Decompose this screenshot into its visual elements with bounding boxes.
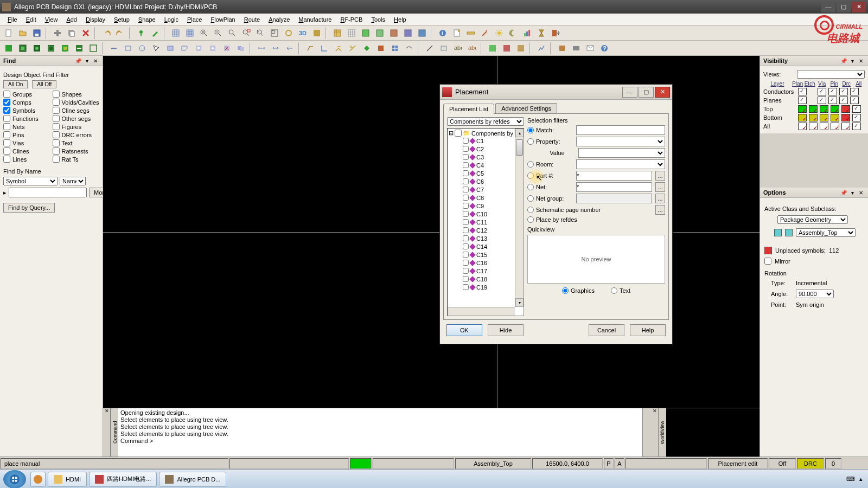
table5-icon[interactable]: [387, 27, 400, 40]
tray-keyboard-icon[interactable]: ⌨: [846, 476, 855, 483]
wand-icon[interactable]: [478, 27, 492, 40]
place4-icon[interactable]: [44, 42, 58, 55]
find-chk-nets[interactable]: Nets: [3, 123, 50, 130]
probe-icon[interactable]: [149, 27, 162, 40]
subclass-swatch2[interactable]: [785, 229, 793, 236]
tree-item-c13[interactable]: C13: [449, 234, 522, 242]
tree-item-c1[interactable]: C1: [449, 137, 522, 145]
find-chk-othersegs[interactable]: Other segs: [53, 115, 100, 122]
zoom-sel-icon[interactable]: [240, 27, 253, 40]
hdr-via[interactable]: Via: [816, 81, 828, 87]
maximize-button[interactable]: ▢: [837, 2, 851, 12]
menu-flowplan[interactable]: FlowPlan: [206, 15, 239, 24]
worldview-tab[interactable]: WorldView: [659, 408, 666, 457]
all-1[interactable]: [798, 123, 807, 130]
shape-rect2-icon[interactable]: [164, 42, 177, 55]
table3-icon[interactable]: [359, 27, 372, 40]
opt-close-icon[interactable]: ✕: [857, 189, 865, 196]
views-select[interactable]: [797, 70, 865, 79]
find-chk-figures[interactable]: Figures: [53, 123, 100, 130]
drc1-icon[interactable]: [486, 42, 499, 55]
text-icon[interactable]: [437, 42, 450, 55]
find-type-select[interactable]: Symbol: [3, 177, 58, 185]
expand-icon[interactable]: ▸: [3, 189, 7, 196]
task-allegro[interactable]: Allegro PCB D...: [159, 472, 226, 487]
dropdown-icon[interactable]: ▾: [83, 57, 91, 65]
3d-icon[interactable]: 3D: [296, 27, 309, 40]
abc2-icon[interactable]: abc: [465, 42, 478, 55]
table7-icon[interactable]: [416, 27, 429, 40]
tree-collapse-icon[interactable]: ⊟: [449, 130, 454, 137]
command-console[interactable]: Opening existing design...Select element…: [118, 408, 642, 457]
net-browse[interactable]: …: [655, 182, 665, 192]
tree-scrollbar-horizontal[interactable]: [448, 307, 515, 316]
tree-item-c14[interactable]: C14: [449, 242, 522, 251]
shape-poly-icon[interactable]: [178, 42, 191, 55]
match-radio[interactable]: [527, 127, 534, 133]
shape-round-icon[interactable]: [206, 42, 219, 55]
find-chk-symbols[interactable]: Symbols: [3, 107, 50, 114]
menu-shape[interactable]: Shape: [134, 15, 160, 24]
drc3-icon[interactable]: [514, 42, 527, 55]
tree-item-c10[interactable]: C10: [449, 210, 522, 218]
menu-view[interactable]: View: [41, 15, 62, 24]
zoom-in-icon[interactable]: [197, 27, 210, 40]
bot-5[interactable]: [841, 114, 850, 121]
tree-item-c19[interactable]: C19: [449, 283, 522, 291]
top-6[interactable]: [852, 105, 861, 113]
export2-icon[interactable]: [570, 42, 583, 55]
find-chk-clines[interactable]: Clines: [3, 147, 50, 155]
text-radio[interactable]: [611, 287, 617, 294]
menu-place[interactable]: Place: [183, 15, 207, 24]
bot-3[interactable]: [820, 114, 828, 121]
worldview[interactable]: [666, 408, 760, 457]
cond-drc[interactable]: [839, 88, 848, 95]
netgrp-input[interactable]: [576, 194, 652, 203]
ruler-icon[interactable]: [464, 27, 477, 40]
part-radio[interactable]: [527, 172, 534, 179]
worldview-close-icon[interactable]: ✕: [651, 408, 659, 457]
find-chk-clinesegs[interactable]: Cline segs: [53, 107, 100, 114]
hdr-pin[interactable]: Pin: [828, 81, 840, 87]
shape-select-icon[interactable]: [150, 42, 163, 55]
dim1-icon[interactable]: [255, 42, 268, 55]
report-icon[interactable]: [450, 27, 463, 40]
menu-analyze[interactable]: Analyze: [264, 15, 294, 24]
tab-advanced[interactable]: Advanced Settings: [495, 103, 557, 113]
hourglass-icon[interactable]: [535, 27, 548, 40]
open-icon[interactable]: [16, 27, 29, 40]
menu-route[interactable]: Route: [240, 15, 264, 24]
class-select[interactable]: Package Geometry: [777, 215, 848, 224]
pl-all[interactable]: [850, 97, 859, 104]
route1-icon[interactable]: [304, 42, 317, 55]
zoom-fit-icon[interactable]: [226, 27, 239, 40]
hide-button[interactable]: Hide: [488, 324, 524, 336]
all-5[interactable]: [841, 123, 850, 130]
tree-item-c6[interactable]: C6: [449, 177, 522, 185]
find-chk-groups[interactable]: Groups: [3, 91, 50, 98]
mirror-checkbox[interactable]: [764, 258, 771, 265]
cond-plan[interactable]: [798, 88, 807, 95]
property-select[interactable]: [576, 137, 665, 146]
minimize-button[interactable]: —: [821, 2, 835, 12]
find-name-input[interactable]: [9, 188, 87, 197]
cond-pin[interactable]: [828, 88, 837, 95]
close-button[interactable]: ✕: [852, 2, 866, 12]
grid2-icon[interactable]: [183, 27, 196, 40]
all-off-button[interactable]: All Off: [32, 80, 56, 88]
help-icon[interactable]: ?: [598, 42, 611, 55]
find-chk-pins[interactable]: Pins: [3, 131, 50, 138]
subclass-select[interactable]: Assembly_Top: [796, 228, 856, 237]
shape-merge-icon[interactable]: [234, 42, 247, 55]
tree-item-c18[interactable]: C18: [449, 275, 522, 283]
cond-via[interactable]: [818, 88, 826, 95]
dialog-close[interactable]: ✕: [655, 87, 670, 98]
find-chk-voidscavities[interactable]: Voids/Cavities: [53, 99, 100, 106]
route2-icon[interactable]: [318, 42, 331, 55]
grid-icon[interactable]: [169, 27, 182, 40]
undo-icon[interactable]: [100, 27, 113, 40]
tree-item-c15[interactable]: C15: [449, 251, 522, 259]
schem-browse[interactable]: …: [655, 205, 665, 215]
hdr-drc[interactable]: Drc: [840, 81, 853, 87]
menu-display[interactable]: Display: [81, 15, 110, 24]
